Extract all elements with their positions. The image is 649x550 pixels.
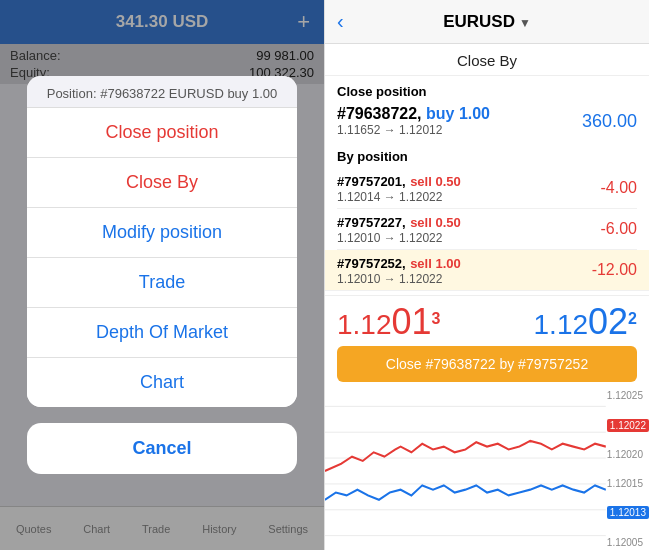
by-pos-price-1: 1.12014 → 1.12022	[337, 190, 461, 204]
chart-label-blue: 1.12013	[607, 506, 649, 519]
by-pos-type-1: sell 0.50	[410, 174, 461, 189]
right-header-title: EURUSD▼	[443, 12, 531, 32]
chart-label-top: 1.12025	[607, 390, 649, 401]
by-position-section: By position #79757201, sell 0.50 1.12014…	[325, 143, 649, 295]
by-pos-value-3: -12.00	[592, 261, 637, 279]
by-pos-details-2: #79757227, sell 0.50 1.12010 → 1.12022	[337, 213, 461, 245]
close-position-row: #79638722, buy 1.00 1.11652 → 1.12012 36…	[337, 103, 637, 139]
modify-position-item[interactable]: Modify position	[27, 208, 297, 258]
chart-y-axis: 1.12025 1.12022 1.12020 1.12015 1.12013 …	[607, 388, 649, 550]
depth-of-market-item[interactable]: Depth Of Market	[27, 308, 297, 358]
trade-item[interactable]: Trade	[27, 258, 297, 308]
chart-label-bottom: 1.12005	[607, 537, 649, 548]
by-pos-item-2[interactable]: #79757227, sell 0.50 1.12010 → 1.12022 -…	[337, 209, 637, 250]
by-pos-id-3: #79757252,	[337, 256, 406, 271]
modal-items-group: Position: #79638722 EURUSD buy 1.00 Clos…	[27, 76, 297, 407]
by-pos-id-type-3: #79757252, sell 1.00	[337, 254, 461, 272]
close-position-value: 360.00	[582, 111, 637, 132]
bid-price: 1.12013	[337, 304, 440, 340]
back-button[interactable]: ‹	[337, 10, 344, 33]
bid-superscript: 3	[432, 310, 441, 327]
by-pos-details-1: #79757201, sell 0.50 1.12014 → 1.12022	[337, 172, 461, 204]
chart-area: 1.12025 1.12022 1.12020 1.12015 1.12013 …	[325, 388, 649, 550]
by-pos-id-1: #79757201,	[337, 174, 406, 189]
chart-label-red: 1.12022	[607, 419, 649, 432]
close-position-label: Close position	[337, 84, 637, 99]
right-subtitle: Close By	[325, 44, 649, 76]
by-pos-id-2: #79757227,	[337, 215, 406, 230]
by-pos-id-type-2: #79757227, sell 0.50	[337, 213, 461, 231]
by-pos-id-type-1: #79757201, sell 0.50	[337, 172, 461, 190]
chart-label-mid1: 1.12020	[607, 449, 649, 460]
position-id: #79638722,	[337, 105, 422, 122]
position-price: 1.11652 → 1.12012	[337, 123, 490, 137]
left-panel: 341.30 USD + Balance: 99 981.00 Equity: …	[0, 0, 324, 550]
modal-overlay[interactable]: Position: #79638722 EURUSD buy 1.00 Clos…	[0, 0, 324, 550]
symbol-dropdown-arrow[interactable]: ▼	[519, 16, 531, 30]
by-pos-type-3: sell 1.00	[410, 256, 461, 271]
price-chart	[325, 392, 649, 550]
ask-price: 1.12022	[534, 304, 637, 340]
ask-price-text: 1.12022	[534, 309, 637, 340]
by-pos-price-2: 1.12010 → 1.12022	[337, 231, 461, 245]
right-panel: ‹ EURUSD▼ Close By Close position #79638…	[324, 0, 649, 550]
by-pos-item-1[interactable]: #79757201, sell 0.50 1.12014 → 1.12022 -…	[337, 168, 637, 209]
by-position-label: By position	[337, 149, 637, 164]
close-position-item[interactable]: Close position	[27, 108, 297, 158]
modal-header: Position: #79638722 EURUSD buy 1.00	[27, 76, 297, 108]
price-display: 1.12013 1.12022	[325, 295, 649, 346]
modal-container: Position: #79638722 EURUSD buy 1.00 Clos…	[27, 76, 297, 474]
right-header: ‹ EURUSD▼	[325, 0, 649, 44]
position-type: buy 1.00	[426, 105, 490, 122]
close-by-button[interactable]: Close #79638722 by #79757252	[337, 346, 637, 382]
chart-label-mid2: 1.12015	[607, 478, 649, 489]
ask-superscript: 2	[628, 310, 637, 327]
by-pos-price-3: 1.12010 → 1.12022	[337, 272, 461, 286]
by-pos-item-3[interactable]: #79757252, sell 1.00 1.12010 → 1.12022 -…	[325, 250, 649, 291]
by-pos-details-3: #79757252, sell 1.00 1.12010 → 1.12022	[337, 254, 461, 286]
by-pos-value-2: -6.00	[601, 220, 637, 238]
by-pos-type-2: sell 0.50	[410, 215, 461, 230]
close-by-item[interactable]: Close By	[27, 158, 297, 208]
by-pos-value-1: -4.00	[601, 179, 637, 197]
bid-price-text: 1.12013	[337, 309, 440, 340]
close-position-section: Close position #79638722, buy 1.00 1.116…	[325, 76, 649, 143]
close-position-details: #79638722, buy 1.00 1.11652 → 1.12012	[337, 105, 490, 137]
cancel-button[interactable]: Cancel	[27, 423, 297, 474]
close-position-id-type: #79638722, buy 1.00	[337, 105, 490, 123]
chart-item[interactable]: Chart	[27, 358, 297, 407]
